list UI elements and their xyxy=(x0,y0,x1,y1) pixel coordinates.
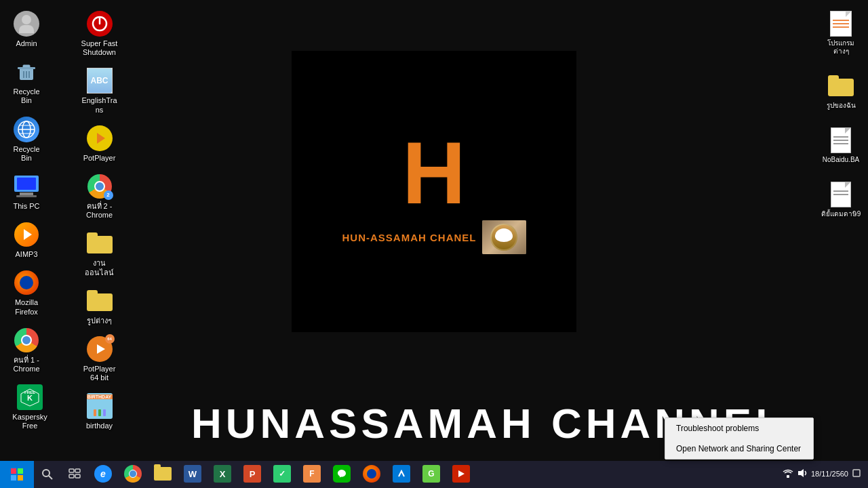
taskbar-explorer[interactable] xyxy=(148,461,178,488)
svg-rect-20 xyxy=(11,475,16,481)
desktop-icons-right: โปรแกรมต่างๆ รูปของฉัน NoBaidu.BA xyxy=(814,0,868,461)
icon-programs[interactable]: โปรแกรมต่างๆ xyxy=(817,7,865,59)
svg-marker-11 xyxy=(24,229,32,240)
svg-rect-19 xyxy=(18,468,23,474)
icon-englishtrans-label: EnglishTrans xyxy=(80,96,119,114)
start-button[interactable] xyxy=(0,461,34,488)
icon-network[interactable]: Recycle Bin xyxy=(3,113,50,166)
taskbar-camtasia[interactable] xyxy=(446,461,476,488)
icon-firefox[interactable]: Mozilla Firefox xyxy=(3,266,50,319)
notification-icon[interactable] xyxy=(852,468,861,481)
icon-kaspersky-label: Kaspersky Free xyxy=(10,413,50,430)
clock-time: 18/11/2560 xyxy=(811,469,848,479)
icon-chrome1-label: คนที่ 1 - Chrome xyxy=(7,356,46,373)
taskbar-apps: e W X P xyxy=(88,461,783,488)
icon-superfast-label: Super Fast Shutdown xyxy=(80,39,119,57)
icon-potplayer2[interactable]: PotPlayer xyxy=(77,121,123,166)
context-menu-sharing[interactable]: Open Network and Sharing Center xyxy=(665,439,813,459)
icon-superfast[interactable]: Super Fast Shutdown xyxy=(77,7,123,60)
icon-thispc-label: This PC xyxy=(13,202,39,211)
taskbar-app2[interactable] xyxy=(387,461,416,488)
icon-pictures-label: รูปของฉัน xyxy=(827,102,856,110)
search-button[interactable] xyxy=(34,461,61,488)
taskbar-app1[interactable]: ✓ xyxy=(267,461,297,488)
context-menu: Troubleshoot problems Open Network and S… xyxy=(665,418,814,460)
svg-rect-26 xyxy=(69,474,74,478)
icon-chrome2-label: คนที่ 2 - Chrome xyxy=(80,202,119,220)
svg-point-22 xyxy=(43,470,50,476)
icon-recycle[interactable]: Recycle Bin xyxy=(3,55,50,108)
icon-thaidoc-label: ดิยั้แดมดาษิ9 xyxy=(821,210,861,218)
icon-nobaidu[interactable]: NoBaidu.BA xyxy=(817,123,865,167)
svg-marker-16 xyxy=(97,133,105,144)
svg-rect-24 xyxy=(69,469,74,472)
icon-firefox-label: Mozilla Firefox xyxy=(7,298,46,316)
svg-marker-30 xyxy=(798,469,804,477)
taskbar-powerpoint[interactable]: P xyxy=(237,461,267,488)
icon-aimp3-label: AIMP3 xyxy=(15,250,37,259)
svg-marker-17 xyxy=(97,344,105,354)
svg-line-23 xyxy=(49,476,52,479)
video-area: H HUN-ASSAMAH CHANEL xyxy=(292,51,576,332)
icon-kaspersky[interactable]: K FREE Kaspersky Free xyxy=(7,380,53,434)
icon-aimp3[interactable]: AIMP3 xyxy=(3,218,50,262)
icon-recycle-label: Recycle Bin xyxy=(7,87,46,105)
icon-thispc[interactable]: This PC xyxy=(3,169,50,214)
taskbar-app3[interactable]: G xyxy=(416,461,446,488)
icon-potplayer2-label: PotPlayer xyxy=(83,154,116,163)
context-menu-troubleshoot[interactable]: Troubleshoot problems xyxy=(665,418,813,439)
icon-admin-label: Admin xyxy=(16,39,37,48)
icon-englishtrans[interactable]: ABC EnglishTrans xyxy=(77,64,123,117)
icon-nobaidu-label: NoBaidu.BA xyxy=(823,156,859,164)
icon-admin[interactable]: Admin xyxy=(3,7,50,52)
svg-rect-21 xyxy=(18,475,23,481)
icon-folder1-label: งานออนไลน์ xyxy=(80,259,119,277)
taskbar-ie[interactable]: e xyxy=(88,461,118,488)
svg-marker-28 xyxy=(458,470,465,477)
taskbar-flashget[interactable]: F xyxy=(297,461,327,488)
svg-rect-18 xyxy=(11,468,16,474)
taskbar-word[interactable]: W xyxy=(178,461,208,488)
svg-rect-31 xyxy=(853,470,860,476)
channel-thumbnail xyxy=(482,220,526,254)
taskbar-chrome[interactable] xyxy=(118,461,148,488)
desktop: Admin Recycle Bin xyxy=(0,0,868,488)
svg-rect-27 xyxy=(75,474,80,478)
icon-potplayer64[interactable]: 64 PotPlayer 64 bit xyxy=(77,332,123,386)
icon-potplayer64-label: PotPlayer 64 bit xyxy=(80,365,119,382)
svg-text:FREE: FREE xyxy=(24,390,35,394)
taskbar-firefox[interactable] xyxy=(357,461,387,488)
icon-folder2[interactable]: รูปต่างๆ xyxy=(77,284,123,329)
task-view-button[interactable] xyxy=(61,461,88,488)
channel-letter: H xyxy=(402,129,466,217)
svg-rect-2 xyxy=(18,67,35,69)
channel-name: HUN-ASSAMAH CHANEL xyxy=(342,232,477,243)
icon-network-label: Recycle Bin xyxy=(7,145,46,163)
icon-folder2-label: รูปต่างๆ xyxy=(87,317,112,325)
svg-rect-29 xyxy=(787,475,789,478)
taskbar-excel[interactable]: X xyxy=(208,461,237,488)
svg-rect-25 xyxy=(75,469,80,472)
taskbar: e W X P xyxy=(0,461,868,488)
network-tray-icon[interactable] xyxy=(783,468,793,481)
icon-pictures[interactable]: รูปของฉัน xyxy=(817,69,865,113)
svg-text:K: K xyxy=(27,394,33,402)
icon-chrome2[interactable]: 2 คนที่ 2 - Chrome xyxy=(77,169,123,223)
taskbar-right: 18/11/2560 xyxy=(783,468,868,481)
taskbar-clock[interactable]: 18/11/2560 xyxy=(811,469,848,479)
icon-chrome1[interactable]: คนที่ 1 - Chrome xyxy=(3,323,50,377)
desktop-icons-left: Admin Recycle Bin xyxy=(0,0,142,461)
icon-thaidoc[interactable]: ดิยั้แดมดาษิ9 xyxy=(817,178,865,222)
taskbar-line[interactable] xyxy=(327,461,357,488)
volume-tray-icon[interactable] xyxy=(797,468,808,481)
icon-folder1[interactable]: งานออนไลน์ xyxy=(77,226,123,280)
icon-programs-label: โปรแกรมต่างๆ xyxy=(821,39,861,56)
